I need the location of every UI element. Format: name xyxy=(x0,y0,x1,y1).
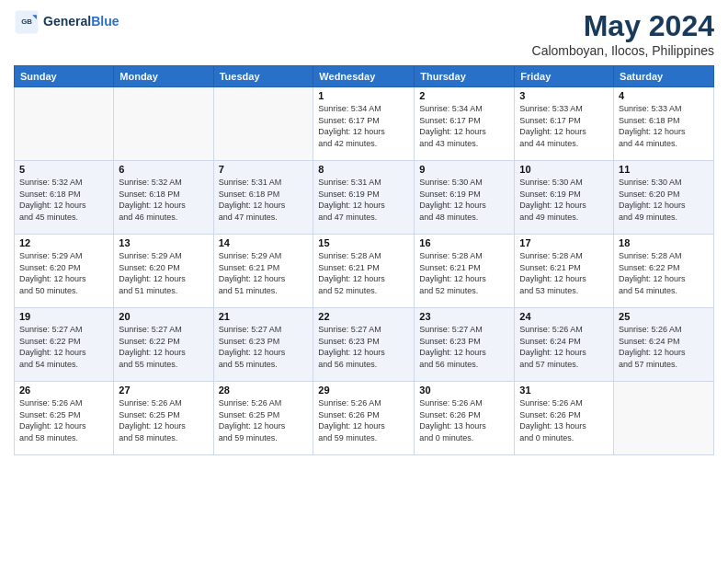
day-number: 28 xyxy=(219,385,309,396)
calendar-cell xyxy=(15,87,114,161)
calendar-cell: 27Sunrise: 5:26 AM Sunset: 6:25 PM Dayli… xyxy=(114,382,213,455)
day-number: 19 xyxy=(19,311,108,322)
day-number: 8 xyxy=(318,164,409,175)
logo: GB GeneralBlue xyxy=(14,9,119,35)
calendar-header-row: SundayMondayTuesdayWednesdayThursdayFrid… xyxy=(15,66,714,87)
calendar-cell: 24Sunrise: 5:26 AM Sunset: 6:24 PM Dayli… xyxy=(515,308,614,382)
weekday-header: Monday xyxy=(114,66,213,87)
logo-line1: GeneralBlue xyxy=(43,15,119,29)
day-info: Sunrise: 5:26 AM Sunset: 6:25 PM Dayligh… xyxy=(119,397,208,443)
day-info: Sunrise: 5:27 AM Sunset: 6:23 PM Dayligh… xyxy=(419,324,509,370)
day-info: Sunrise: 5:27 AM Sunset: 6:22 PM Dayligh… xyxy=(19,324,108,370)
day-info: Sunrise: 5:26 AM Sunset: 6:25 PM Dayligh… xyxy=(19,397,108,443)
day-number: 3 xyxy=(519,90,609,101)
day-info: Sunrise: 5:26 AM Sunset: 6:24 PM Dayligh… xyxy=(519,324,609,370)
calendar-cell: 18Sunrise: 5:28 AM Sunset: 6:22 PM Dayli… xyxy=(614,235,714,308)
calendar-cell: 14Sunrise: 5:29 AM Sunset: 6:21 PM Dayli… xyxy=(213,235,313,308)
calendar-cell: 21Sunrise: 5:27 AM Sunset: 6:23 PM Dayli… xyxy=(213,308,313,382)
calendar-week-row: 26Sunrise: 5:26 AM Sunset: 6:25 PM Dayli… xyxy=(15,382,714,455)
calendar-cell: 20Sunrise: 5:27 AM Sunset: 6:22 PM Dayli… xyxy=(114,308,213,382)
day-info: Sunrise: 5:28 AM Sunset: 6:21 PM Dayligh… xyxy=(519,250,609,296)
day-info: Sunrise: 5:26 AM Sunset: 6:24 PM Dayligh… xyxy=(619,324,709,370)
day-number: 11 xyxy=(619,164,709,175)
day-info: Sunrise: 5:31 AM Sunset: 6:19 PM Dayligh… xyxy=(318,177,409,223)
day-info: Sunrise: 5:27 AM Sunset: 6:23 PM Dayligh… xyxy=(318,324,409,370)
calendar-cell: 2Sunrise: 5:34 AM Sunset: 6:17 PM Daylig… xyxy=(415,87,515,161)
calendar-cell xyxy=(614,382,714,455)
day-info: Sunrise: 5:31 AM Sunset: 6:18 PM Dayligh… xyxy=(219,177,309,223)
day-number: 25 xyxy=(619,311,709,322)
weekday-header: Sunday xyxy=(15,66,114,87)
day-number: 10 xyxy=(519,164,609,175)
weekday-header: Thursday xyxy=(415,66,515,87)
calendar-cell: 31Sunrise: 5:26 AM Sunset: 6:26 PM Dayli… xyxy=(515,382,614,455)
calendar-cell: 6Sunrise: 5:32 AM Sunset: 6:18 PM Daylig… xyxy=(114,161,213,235)
calendar-cell: 15Sunrise: 5:28 AM Sunset: 6:21 PM Dayli… xyxy=(313,235,415,308)
calendar-cell: 26Sunrise: 5:26 AM Sunset: 6:25 PM Dayli… xyxy=(15,382,114,455)
day-number: 26 xyxy=(19,385,108,396)
day-number: 27 xyxy=(119,385,208,396)
weekday-header: Saturday xyxy=(614,66,714,87)
day-info: Sunrise: 5:28 AM Sunset: 6:21 PM Dayligh… xyxy=(419,250,509,296)
day-info: Sunrise: 5:33 AM Sunset: 6:17 PM Dayligh… xyxy=(519,103,609,149)
day-number: 22 xyxy=(318,311,409,322)
day-info: Sunrise: 5:26 AM Sunset: 6:26 PM Dayligh… xyxy=(419,397,509,443)
day-number: 30 xyxy=(419,385,509,396)
calendar-cell: 23Sunrise: 5:27 AM Sunset: 6:23 PM Dayli… xyxy=(415,308,515,382)
day-info: Sunrise: 5:33 AM Sunset: 6:18 PM Dayligh… xyxy=(619,103,709,149)
day-number: 16 xyxy=(419,237,509,248)
day-info: Sunrise: 5:34 AM Sunset: 6:17 PM Dayligh… xyxy=(419,103,509,149)
day-number: 18 xyxy=(619,237,709,248)
location-subtitle: Calomboyan, Ilocos, Philippines xyxy=(532,43,714,58)
day-info: Sunrise: 5:34 AM Sunset: 6:17 PM Dayligh… xyxy=(318,103,409,149)
day-number: 20 xyxy=(119,311,208,322)
calendar-cell: 9Sunrise: 5:30 AM Sunset: 6:19 PM Daylig… xyxy=(415,161,515,235)
day-number: 23 xyxy=(419,311,509,322)
day-number: 6 xyxy=(119,164,208,175)
day-info: Sunrise: 5:27 AM Sunset: 6:22 PM Dayligh… xyxy=(119,324,208,370)
day-number: 15 xyxy=(318,237,409,248)
calendar-cell: 19Sunrise: 5:27 AM Sunset: 6:22 PM Dayli… xyxy=(15,308,114,382)
day-info: Sunrise: 5:28 AM Sunset: 6:22 PM Dayligh… xyxy=(619,250,709,296)
day-number: 2 xyxy=(419,90,509,101)
calendar-cell: 5Sunrise: 5:32 AM Sunset: 6:18 PM Daylig… xyxy=(15,161,114,235)
day-number: 1 xyxy=(318,90,409,101)
logo-icon: GB xyxy=(14,9,40,35)
day-number: 24 xyxy=(519,311,609,322)
calendar-cell xyxy=(114,87,213,161)
day-number: 31 xyxy=(519,385,609,396)
day-number: 5 xyxy=(19,164,108,175)
day-info: Sunrise: 5:26 AM Sunset: 6:26 PM Dayligh… xyxy=(519,397,609,443)
calendar-cell: 29Sunrise: 5:26 AM Sunset: 6:26 PM Dayli… xyxy=(313,382,415,455)
month-title: May 2024 xyxy=(532,9,714,43)
day-info: Sunrise: 5:26 AM Sunset: 6:25 PM Dayligh… xyxy=(219,397,309,443)
calendar-cell: 4Sunrise: 5:33 AM Sunset: 6:18 PM Daylig… xyxy=(614,87,714,161)
calendar-week-row: 5Sunrise: 5:32 AM Sunset: 6:18 PM Daylig… xyxy=(15,161,714,235)
day-number: 17 xyxy=(519,237,609,248)
day-number: 7 xyxy=(219,164,309,175)
day-number: 14 xyxy=(219,237,309,248)
day-number: 21 xyxy=(219,311,309,322)
day-info: Sunrise: 5:32 AM Sunset: 6:18 PM Dayligh… xyxy=(119,177,208,223)
day-info: Sunrise: 5:28 AM Sunset: 6:21 PM Dayligh… xyxy=(318,250,409,296)
calendar-cell: 11Sunrise: 5:30 AM Sunset: 6:20 PM Dayli… xyxy=(614,161,714,235)
day-number: 13 xyxy=(119,237,208,248)
title-area: May 2024 Calomboyan, Ilocos, Philippines xyxy=(532,9,714,58)
calendar-table: SundayMondayTuesdayWednesdayThursdayFrid… xyxy=(14,65,714,455)
day-info: Sunrise: 5:30 AM Sunset: 6:19 PM Dayligh… xyxy=(519,177,609,223)
day-info: Sunrise: 5:27 AM Sunset: 6:23 PM Dayligh… xyxy=(219,324,309,370)
day-info: Sunrise: 5:29 AM Sunset: 6:20 PM Dayligh… xyxy=(119,250,208,296)
calendar-cell: 8Sunrise: 5:31 AM Sunset: 6:19 PM Daylig… xyxy=(313,161,415,235)
calendar-cell xyxy=(213,87,313,161)
page: GB GeneralBlue May 2024 Calomboyan, Iloc… xyxy=(0,0,728,563)
day-number: 9 xyxy=(419,164,509,175)
day-info: Sunrise: 5:30 AM Sunset: 6:20 PM Dayligh… xyxy=(619,177,709,223)
calendar-cell: 28Sunrise: 5:26 AM Sunset: 6:25 PM Dayli… xyxy=(213,382,313,455)
calendar-week-row: 1Sunrise: 5:34 AM Sunset: 6:17 PM Daylig… xyxy=(15,87,714,161)
calendar-cell: 17Sunrise: 5:28 AM Sunset: 6:21 PM Dayli… xyxy=(515,235,614,308)
day-number: 29 xyxy=(318,385,409,396)
calendar-week-row: 19Sunrise: 5:27 AM Sunset: 6:22 PM Dayli… xyxy=(15,308,714,382)
weekday-header: Wednesday xyxy=(313,66,415,87)
header-area: GB GeneralBlue May 2024 Calomboyan, Iloc… xyxy=(14,9,714,58)
calendar-cell: 22Sunrise: 5:27 AM Sunset: 6:23 PM Dayli… xyxy=(313,308,415,382)
